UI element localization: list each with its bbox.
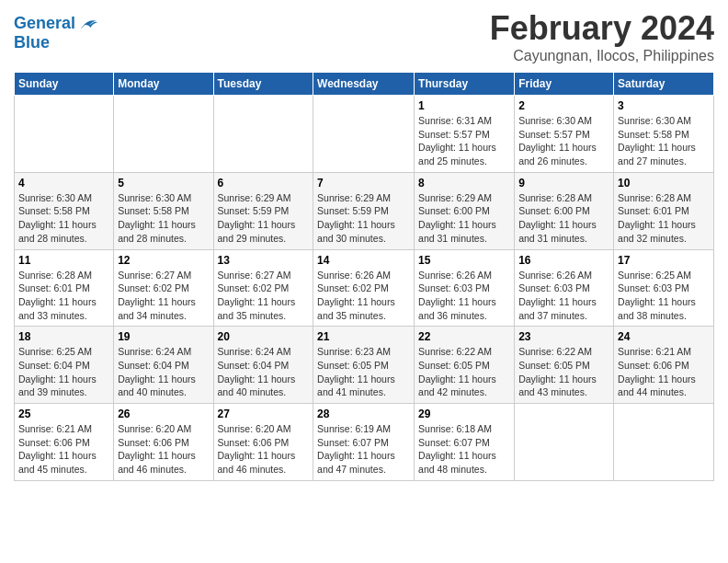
day-number: 6	[218, 177, 310, 190]
calendar-week-row: 18Sunrise: 6:25 AM Sunset: 6:04 PM Dayli…	[15, 327, 714, 404]
day-info: Sunrise: 6:27 AM Sunset: 6:02 PM Dayligh…	[118, 269, 209, 323]
day-number: 9	[518, 177, 609, 190]
day-info: Sunrise: 6:24 AM Sunset: 6:04 PM Dayligh…	[218, 345, 310, 399]
day-info: Sunrise: 6:30 AM Sunset: 5:58 PM Dayligh…	[618, 114, 710, 168]
calendar-cell: 5Sunrise: 6:30 AM Sunset: 5:58 PM Daylig…	[114, 172, 213, 249]
weekday-header-saturday: Saturday	[614, 73, 714, 96]
day-number: 10	[618, 177, 710, 190]
calendar-cell: 6Sunrise: 6:29 AM Sunset: 5:59 PM Daylig…	[213, 172, 313, 249]
calendar-cell: 8Sunrise: 6:29 AM Sunset: 6:00 PM Daylig…	[415, 172, 515, 249]
calendar-cell: 20Sunrise: 6:24 AM Sunset: 6:04 PM Dayli…	[213, 327, 313, 404]
logo-blue-label: Blue	[14, 33, 50, 52]
day-info: Sunrise: 6:28 AM Sunset: 6:01 PM Dayligh…	[618, 191, 710, 246]
day-number: 17	[618, 254, 710, 267]
calendar-cell: 16Sunrise: 6:26 AM Sunset: 6:03 PM Dayli…	[515, 249, 614, 327]
calendar-week-row: 25Sunrise: 6:21 AM Sunset: 6:06 PM Dayli…	[15, 404, 714, 481]
day-number: 13	[218, 254, 310, 267]
weekday-header-monday: Monday	[114, 73, 213, 96]
day-number: 29	[418, 408, 510, 420]
calendar-cell	[114, 96, 213, 173]
calendar-cell: 19Sunrise: 6:24 AM Sunset: 6:04 PM Dayli…	[114, 327, 213, 404]
day-number: 24	[618, 330, 710, 343]
calendar-cell	[614, 404, 714, 481]
day-number: 26	[118, 408, 209, 420]
weekday-header-sunday: Sunday	[15, 73, 114, 96]
day-info: Sunrise: 6:28 AM Sunset: 6:00 PM Dayligh…	[518, 191, 609, 246]
calendar-cell	[15, 96, 114, 173]
day-number: 19	[118, 330, 209, 343]
day-number: 28	[317, 408, 410, 420]
calendar-cell: 3Sunrise: 6:30 AM Sunset: 5:58 PM Daylig…	[614, 96, 714, 173]
calendar-week-row: 1Sunrise: 6:31 AM Sunset: 5:57 PM Daylig…	[15, 96, 714, 173]
calendar-header: SundayMondayTuesdayWednesdayThursdayFrid…	[15, 73, 714, 96]
day-number: 20	[218, 330, 310, 343]
day-number: 8	[418, 177, 510, 190]
logo-blue-text: Blue	[14, 34, 97, 52]
day-info: Sunrise: 6:21 AM Sunset: 6:06 PM Dayligh…	[18, 422, 109, 477]
day-info: Sunrise: 6:22 AM Sunset: 6:05 PM Dayligh…	[418, 345, 510, 399]
day-number: 3	[618, 99, 710, 112]
calendar-body: 1Sunrise: 6:31 AM Sunset: 5:57 PM Daylig…	[15, 96, 714, 481]
day-number: 27	[218, 408, 310, 420]
day-number: 16	[518, 254, 609, 267]
calendar-week-row: 4Sunrise: 6:30 AM Sunset: 5:58 PM Daylig…	[15, 172, 714, 249]
day-info: Sunrise: 6:30 AM Sunset: 5:57 PM Dayligh…	[518, 114, 609, 168]
weekday-header-wednesday: Wednesday	[313, 73, 415, 96]
day-number: 7	[317, 177, 410, 190]
calendar-table: SundayMondayTuesdayWednesdayThursdayFrid…	[14, 72, 714, 481]
calendar-cell: 28Sunrise: 6:19 AM Sunset: 6:07 PM Dayli…	[313, 404, 415, 481]
logo-general: General	[14, 14, 75, 32]
day-info: Sunrise: 6:20 AM Sunset: 6:06 PM Dayligh…	[118, 422, 209, 477]
calendar-cell: 4Sunrise: 6:30 AM Sunset: 5:58 PM Daylig…	[15, 172, 114, 249]
weekday-header-tuesday: Tuesday	[213, 73, 313, 96]
day-number: 22	[418, 330, 510, 343]
day-number: 21	[317, 330, 410, 343]
calendar-cell: 2Sunrise: 6:30 AM Sunset: 5:57 PM Daylig…	[515, 96, 614, 173]
day-info: Sunrise: 6:29 AM Sunset: 6:00 PM Dayligh…	[418, 191, 510, 246]
day-number: 11	[18, 254, 109, 267]
logo-bird-icon	[77, 14, 97, 34]
day-number: 12	[118, 254, 209, 267]
day-info: Sunrise: 6:21 AM Sunset: 6:06 PM Dayligh…	[618, 345, 710, 399]
calendar-cell: 24Sunrise: 6:21 AM Sunset: 6:06 PM Dayli…	[614, 327, 714, 404]
calendar-cell: 10Sunrise: 6:28 AM Sunset: 6:01 PM Dayli…	[614, 172, 714, 249]
day-info: Sunrise: 6:26 AM Sunset: 6:03 PM Dayligh…	[418, 269, 510, 323]
day-info: Sunrise: 6:26 AM Sunset: 6:02 PM Dayligh…	[317, 269, 410, 323]
day-info: Sunrise: 6:28 AM Sunset: 6:01 PM Dayligh…	[18, 269, 109, 323]
day-number: 14	[317, 254, 410, 267]
day-info: Sunrise: 6:27 AM Sunset: 6:02 PM Dayligh…	[218, 269, 310, 323]
day-number: 25	[18, 408, 109, 420]
logo-text: General	[14, 15, 75, 33]
day-info: Sunrise: 6:20 AM Sunset: 6:06 PM Dayligh…	[218, 422, 310, 477]
calendar-cell	[515, 404, 614, 481]
title-area: February 2024 Cayungnan, Ilocos, Philipp…	[490, 9, 714, 64]
day-info: Sunrise: 6:26 AM Sunset: 6:03 PM Dayligh…	[518, 269, 609, 323]
day-number: 1	[418, 99, 510, 112]
weekday-header-friday: Friday	[515, 73, 614, 96]
weekday-header-thursday: Thursday	[415, 73, 515, 96]
calendar-cell: 7Sunrise: 6:29 AM Sunset: 5:59 PM Daylig…	[313, 172, 415, 249]
calendar-cell: 26Sunrise: 6:20 AM Sunset: 6:06 PM Dayli…	[114, 404, 213, 481]
calendar-cell: 9Sunrise: 6:28 AM Sunset: 6:00 PM Daylig…	[515, 172, 614, 249]
day-info: Sunrise: 6:24 AM Sunset: 6:04 PM Dayligh…	[118, 345, 209, 399]
calendar-cell: 21Sunrise: 6:23 AM Sunset: 6:05 PM Dayli…	[313, 327, 415, 404]
day-info: Sunrise: 6:22 AM Sunset: 6:05 PM Dayligh…	[518, 345, 609, 399]
day-number: 2	[518, 99, 609, 112]
header: General Blue February 2024 Cayungnan, Il…	[14, 9, 714, 64]
calendar-cell: 29Sunrise: 6:18 AM Sunset: 6:07 PM Dayli…	[415, 404, 515, 481]
calendar-cell: 11Sunrise: 6:28 AM Sunset: 6:01 PM Dayli…	[15, 249, 114, 327]
day-info: Sunrise: 6:23 AM Sunset: 6:05 PM Dayligh…	[317, 345, 410, 399]
page-title: February 2024	[490, 9, 714, 48]
calendar-cell: 25Sunrise: 6:21 AM Sunset: 6:06 PM Dayli…	[15, 404, 114, 481]
calendar-cell: 1Sunrise: 6:31 AM Sunset: 5:57 PM Daylig…	[415, 96, 515, 173]
day-info: Sunrise: 6:19 AM Sunset: 6:07 PM Dayligh…	[317, 422, 410, 477]
day-info: Sunrise: 6:31 AM Sunset: 5:57 PM Dayligh…	[418, 114, 510, 168]
logo: General Blue	[14, 14, 97, 52]
day-number: 4	[18, 177, 109, 190]
calendar-cell: 12Sunrise: 6:27 AM Sunset: 6:02 PM Dayli…	[114, 249, 213, 327]
day-info: Sunrise: 6:25 AM Sunset: 6:03 PM Dayligh…	[618, 269, 710, 323]
day-info: Sunrise: 6:29 AM Sunset: 5:59 PM Dayligh…	[317, 191, 410, 246]
weekday-header-row: SundayMondayTuesdayWednesdayThursdayFrid…	[15, 73, 714, 96]
calendar-cell: 15Sunrise: 6:26 AM Sunset: 6:03 PM Dayli…	[415, 249, 515, 327]
calendar-cell: 14Sunrise: 6:26 AM Sunset: 6:02 PM Dayli…	[313, 249, 415, 327]
